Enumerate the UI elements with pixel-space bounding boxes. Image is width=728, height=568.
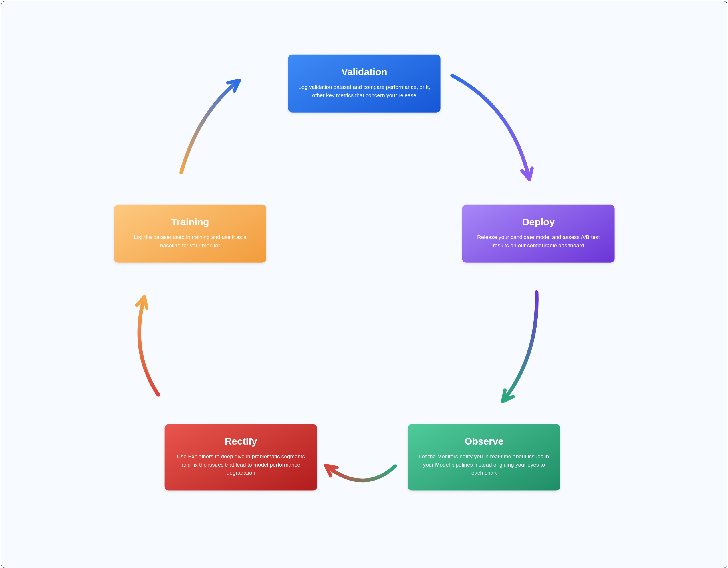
node-training: Training Log the dataset used in trainin…: [114, 205, 266, 263]
arrow-rectify-to-training: [139, 298, 158, 395]
node-observe: Observe Let the Monitors notify you in r…: [408, 424, 560, 490]
arrow-observe-to-rectify: [327, 466, 395, 480]
node-deploy-desc: Release your candidate model and assess …: [473, 233, 605, 250]
arrow-training-to-validation: [181, 81, 238, 172]
node-rectify-desc: Use Explainers to deep dive in problemat…: [175, 453, 307, 477]
diagram-canvas: Validation Log validation dataset and co…: [1, 1, 727, 568]
node-observe-title: Observe: [418, 436, 550, 447]
node-validation-title: Validation: [298, 66, 431, 77]
node-training-title: Training: [124, 216, 256, 227]
node-rectify-title: Rectify: [175, 436, 307, 447]
arrow-validation-to-deploy: [452, 76, 529, 178]
node-validation-desc: Log validation dataset and compare perfo…: [298, 83, 431, 100]
node-deploy: Deploy Release your candidate model and …: [462, 205, 615, 263]
node-observe-desc: Let the Monitors notify you in real-time…: [418, 453, 550, 477]
node-training-desc: Log the dataset used in training and use…: [124, 233, 256, 250]
arrow-deploy-to-observe: [503, 292, 537, 400]
node-validation: Validation Log validation dataset and co…: [288, 55, 441, 113]
node-rectify: Rectify Use Explainers to deep dive in p…: [165, 424, 317, 490]
node-deploy-title: Deploy: [473, 216, 605, 227]
